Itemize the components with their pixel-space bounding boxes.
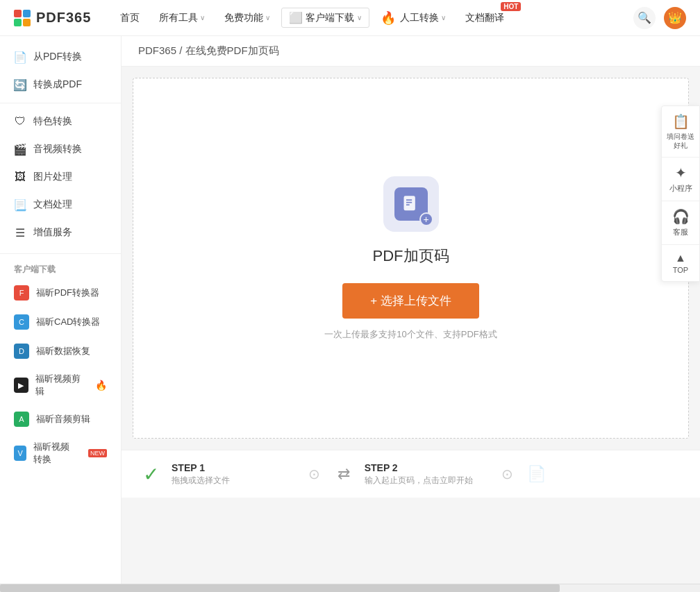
sidebar-item-pdf-converter[interactable]: F 福昕PDF转换器	[0, 278, 121, 307]
service-label: 客服	[673, 227, 688, 237]
video-icon: 🎬	[14, 143, 26, 155]
breadcrumb-home[interactable]: PDF365	[138, 44, 176, 56]
swap-icon: ⇄	[331, 462, 356, 487]
sidebar-item-value-added[interactable]: ☰ 增值服务	[0, 219, 121, 246]
steps-bar: ✓ STEP 1 拖拽或选择文件 ⊙ ⇄ STEP 2 输入起止页码，点击立即开…	[122, 450, 700, 498]
sidebar-item-video-convert[interactable]: V 福昕视频转换 NEW	[0, 434, 121, 473]
plus-icon: +	[419, 212, 433, 226]
service-button[interactable]: 🎧 客服	[662, 201, 699, 245]
monitor-icon: ⬜	[289, 11, 303, 24]
search-button[interactable]: 🔍	[633, 7, 656, 29]
logo-text: PDF365	[36, 10, 91, 26]
miniapp-button[interactable]: ✦ 小程序	[662, 158, 699, 201]
sidebar-item-label: 图片处理	[33, 171, 72, 183]
sidebar-client-label: 福昕音频剪辑	[36, 413, 90, 425]
sidebar: 📄 从PDF转换 🔄 转换成PDF 🛡 特色转换 🎬 音视频转换 🖼 图片处理 …	[0, 36, 122, 592]
to-pdf-icon: 🔄	[14, 78, 26, 91]
upload-button[interactable]: + 选择上传文件	[342, 283, 479, 319]
shield-icon: 🛡	[14, 115, 26, 128]
nav-home[interactable]: 首页	[112, 8, 148, 28]
step-2: ⇄ STEP 2 输入起止页码，点击立即开始	[331, 462, 491, 487]
sidebar-item-from-pdf[interactable]: 📄 从PDF转换	[0, 43, 121, 71]
step-2-title: STEP 2	[365, 462, 473, 473]
survey-button[interactable]: 📋 填问卷送好礼	[662, 106, 699, 158]
nav-all-tools[interactable]: 所有工具 ∨	[151, 8, 213, 28]
cad-converter-icon: C	[14, 314, 29, 330]
svg-rect-0	[403, 196, 415, 210]
top-navigation: PDF365 首页 所有工具 ∨ 免费功能 ∨ ⬜ 客户端下载 ∨ 🔥 人工转换…	[0, 0, 700, 36]
sidebar-item-label: 增值服务	[33, 226, 72, 239]
sidebar-item-cad-converter[interactable]: C 福昕CAD转换器	[0, 307, 121, 337]
nav-client-download[interactable]: ⬜ 客户端下载 ∨	[281, 8, 369, 28]
breadcrumb-separator: /	[179, 44, 185, 56]
sidebar-client-label: 福昕PDF转换器	[36, 287, 99, 299]
page-icon-svg	[401, 194, 421, 214]
client-section-title: 客户端下载	[0, 257, 121, 278]
step-3-placeholder: 📄	[524, 462, 683, 487]
step-2-content: STEP 2 输入起止页码，点击立即开始	[365, 462, 473, 487]
nav-free-func[interactable]: 免费功能 ∨	[216, 8, 278, 28]
step-3-icon: 📄	[524, 462, 549, 487]
miniapp-label: 小程序	[669, 183, 692, 194]
avatar[interactable]: 👑	[664, 7, 686, 29]
sidebar-item-audio-edit[interactable]: A 福昕音频剪辑	[0, 405, 121, 434]
sidebar-item-image[interactable]: 🖼 图片处理	[0, 163, 121, 191]
menu-icon: ☰	[14, 226, 26, 239]
chevron-down-icon: ∨	[265, 14, 270, 22]
sidebar-client-label: 福昕视频转换	[33, 441, 78, 466]
top-label: TOP	[673, 266, 688, 274]
sidebar-client-label: 福昕视频剪辑	[35, 373, 87, 398]
sidebar-item-label: 从PDF转换	[33, 51, 82, 63]
sidebar-item-label: 特色转换	[33, 115, 72, 128]
breadcrumb-current: 在线免费PDF加页码	[185, 44, 279, 56]
top-button[interactable]: ▲ TOP	[662, 245, 699, 281]
nav-ai-convert[interactable]: 🔥 人工转换 ∨	[372, 6, 454, 30]
scrollbar-thumb[interactable]	[0, 584, 560, 592]
upload-hint: 一次上传最多支持10个文件、支持PDF格式	[324, 328, 497, 341]
logo[interactable]: PDF365	[14, 10, 91, 26]
sidebar-item-label: 音视频转换	[33, 143, 82, 155]
sidebar-item-label: 文档处理	[33, 198, 72, 211]
float-panel: 📋 填问卷送好礼 ✦ 小程序 🎧 客服 ▲ TOP	[661, 105, 700, 282]
sidebar-item-video-edit[interactable]: ▶ 福昕视频剪辑 🔥	[0, 366, 121, 405]
headset-icon: 🎧	[672, 208, 690, 225]
chevron-down-icon: ∨	[441, 14, 446, 22]
nav-doc-translate[interactable]: 文档翻译 HOT	[457, 8, 512, 28]
up-arrow-icon: ▲	[675, 252, 686, 264]
new-badge: NEW	[88, 449, 107, 457]
chevron-down-icon: ∨	[357, 14, 362, 22]
tool-title: PDF加页码	[373, 246, 449, 267]
doc-icon: 📃	[14, 198, 26, 211]
horizontal-scrollbar[interactable]	[0, 584, 700, 592]
step-1-title: STEP 1	[172, 462, 230, 473]
sidebar-item-video-audio[interactable]: 🎬 音视频转换	[0, 135, 121, 163]
sidebar-item-to-pdf[interactable]: 🔄 转换成PDF	[0, 71, 121, 99]
fire-icon: 🔥	[381, 10, 396, 26]
sidebar-client-label: 福昕数据恢复	[36, 345, 90, 357]
nav-items: 首页 所有工具 ∨ 免费功能 ∨ ⬜ 客户端下载 ∨ 🔥 人工转换 ∨ 文档翻译…	[112, 6, 633, 30]
nav-right: 🔍 👑	[633, 7, 686, 29]
logo-icon	[14, 10, 31, 26]
image-icon: 🖼	[14, 171, 26, 183]
sidebar-client-label: 福昕CAD转换器	[36, 316, 100, 328]
upload-icon-wrapper: +	[383, 176, 439, 232]
main-layout: 📄 从PDF转换 🔄 转换成PDF 🛡 特色转换 🎬 音视频转换 🖼 图片处理 …	[0, 36, 700, 592]
video-convert-icon: V	[14, 446, 26, 461]
sidebar-item-data-recovery[interactable]: D 福昕数据恢复	[0, 337, 121, 366]
fire-badge: 🔥	[95, 380, 107, 391]
survey-label: 填问卷送好礼	[665, 132, 697, 150]
step-arrow-2: ⊙	[496, 463, 518, 485]
sidebar-item-special-convert[interactable]: 🛡 特色转换	[0, 108, 121, 135]
checkmark-icon: ✓	[138, 462, 163, 487]
sidebar-item-doc[interactable]: 📃 文档处理	[0, 191, 121, 219]
chevron-down-icon: ∨	[200, 14, 205, 22]
step-1-desc: 拖拽或选择文件	[172, 475, 230, 487]
step-1-content: STEP 1 拖拽或选择文件	[172, 462, 230, 487]
step-2-desc: 输入起止页码，点击立即开始	[365, 475, 473, 487]
pdf-converter-icon: F	[14, 285, 29, 301]
sidebar-item-label: 转换成PDF	[33, 78, 82, 91]
data-recovery-icon: D	[14, 344, 29, 359]
step-arrow-1: ⊙	[303, 463, 326, 485]
breadcrumb: PDF365 / 在线免费PDF加页码	[122, 36, 700, 67]
step-1: ✓ STEP 1 拖拽或选择文件	[138, 462, 298, 487]
